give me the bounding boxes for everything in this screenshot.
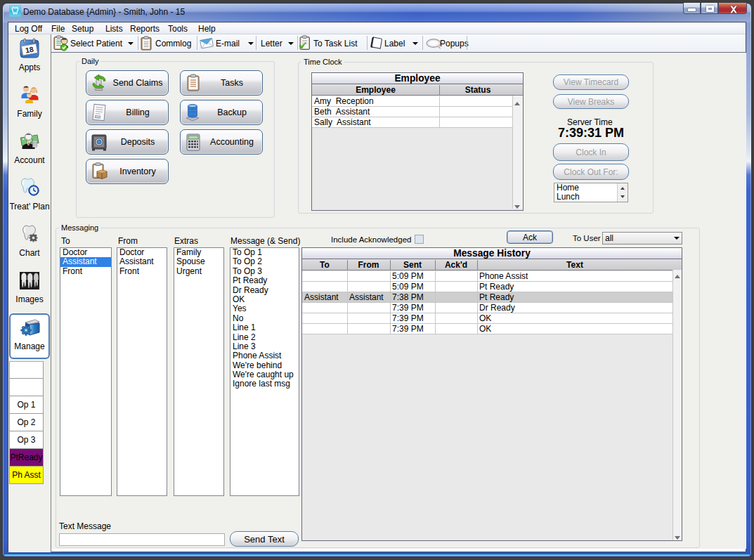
svg-text:18: 18 — [25, 45, 34, 55]
